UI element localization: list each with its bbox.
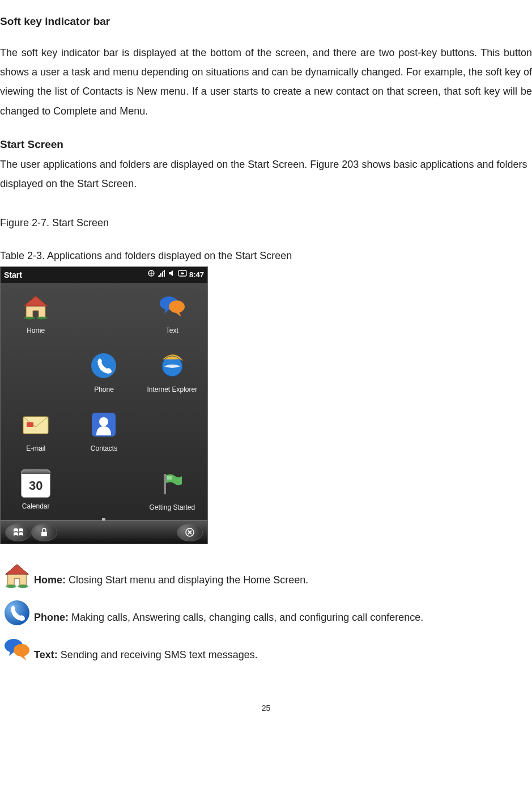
app-home[interactable]: Home	[2, 285, 70, 344]
app-ie-label: Internet Explorer	[147, 383, 197, 396]
section-start-screen: Start Screen The user applications and f…	[0, 134, 532, 193]
signal-config-icon	[147, 268, 155, 282]
desc-phone-label: Phone:	[34, 612, 69, 623]
desc-phone-text: Making calls, Answering calls, changing …	[69, 612, 423, 623]
status-title: Start	[4, 268, 22, 283]
svg-rect-27	[41, 532, 47, 536]
lock-button[interactable]	[31, 523, 57, 541]
svg-rect-12	[27, 422, 33, 427]
desc-home-label: Home:	[34, 574, 66, 586]
calendar-day-number: 30	[22, 474, 50, 498]
desc-row-text: Text: Sending and receiving SMS text mes…	[0, 635, 532, 667]
section-heading-softkey: Soft key indicator bar	[0, 11, 532, 32]
sync-icon	[178, 268, 187, 282]
app-empty-slot-4	[70, 462, 138, 521]
app-home-label: Home	[27, 324, 45, 337]
svg-point-30	[18, 584, 28, 588]
svg-point-4	[36, 317, 48, 320]
getting-started-icon	[156, 468, 189, 499]
start-screen-screenshot: Start 8:47	[0, 266, 208, 544]
svg-point-3	[24, 317, 35, 320]
app-empty-slot	[70, 285, 138, 344]
bottom-softkey-bar	[1, 520, 207, 544]
figure-caption: Figure 2-7. Start Screen	[0, 213, 532, 232]
status-bar: Start 8:47	[1, 267, 207, 283]
signal-bars-icon	[158, 268, 165, 282]
desc-home-text: Closing Start menu and displaying the Ho…	[66, 574, 308, 586]
contacts-icon	[87, 409, 120, 440]
calendar-icon: 30	[21, 469, 50, 498]
app-contacts-label: Contacts	[91, 442, 117, 455]
app-email-label: E-mail	[26, 442, 45, 455]
close-button[interactable]	[177, 523, 203, 541]
svg-rect-15	[164, 474, 166, 494]
app-contacts[interactable]: Contacts	[70, 403, 138, 462]
app-phone[interactable]: Phone	[70, 344, 138, 403]
desc-row-home: Home: Closing Start menu and displaying …	[0, 560, 532, 592]
app-email[interactable]: E-mail	[2, 403, 70, 462]
section-heading-start-screen: Start Screen	[0, 138, 63, 150]
phone-icon	[87, 350, 120, 381]
table-caption: Table 2-3. Applications and folders disp…	[0, 246, 532, 265]
status-time: 8:47	[189, 268, 204, 282]
app-ie[interactable]: Internet Explorer	[138, 344, 206, 403]
svg-rect-16	[167, 476, 172, 480]
paragraph-softkey: The soft key indicator bar is displayed …	[0, 43, 532, 121]
app-getting-started[interactable]: Getting Started	[138, 462, 206, 521]
desc-text-label: Text:	[34, 649, 58, 660]
page-number: 25	[0, 701, 532, 716]
svg-point-33	[14, 644, 29, 656]
desc-row-phone: Phone: Making calls, Answering calls, ch…	[0, 598, 532, 629]
svg-point-29	[6, 584, 16, 588]
app-description-list: Home: Closing Start menu and displaying …	[0, 560, 532, 667]
svg-point-31	[5, 600, 29, 625]
app-text[interactable]: Text	[138, 285, 206, 344]
app-phone-label: Phone	[94, 383, 114, 396]
home-icon	[19, 291, 52, 322]
home-icon	[0, 560, 34, 591]
svg-point-14	[99, 417, 108, 426]
app-calendar-label: Calendar	[22, 500, 50, 513]
speaker-icon	[168, 268, 176, 282]
text-icon	[156, 291, 189, 322]
desc-text-text: Sending and receiving SMS text messages.	[58, 649, 258, 660]
app-getting-started-label: Getting Started	[149, 501, 195, 514]
ie-icon	[156, 350, 189, 381]
phone-icon	[0, 598, 34, 628]
svg-point-6	[169, 300, 185, 313]
paragraph-start-screen: The user applications and folders are di…	[0, 159, 527, 189]
text-icon	[0, 635, 34, 666]
app-empty-slot-3	[138, 403, 206, 462]
status-icons: 8:47	[147, 268, 204, 282]
windows-button[interactable]	[5, 523, 31, 541]
app-text-label: Text	[166, 324, 178, 337]
app-empty-slot-2	[2, 344, 70, 403]
email-icon	[19, 409, 52, 440]
app-calendar[interactable]: 30 Calendar	[2, 462, 70, 521]
svg-point-7	[91, 353, 116, 378]
